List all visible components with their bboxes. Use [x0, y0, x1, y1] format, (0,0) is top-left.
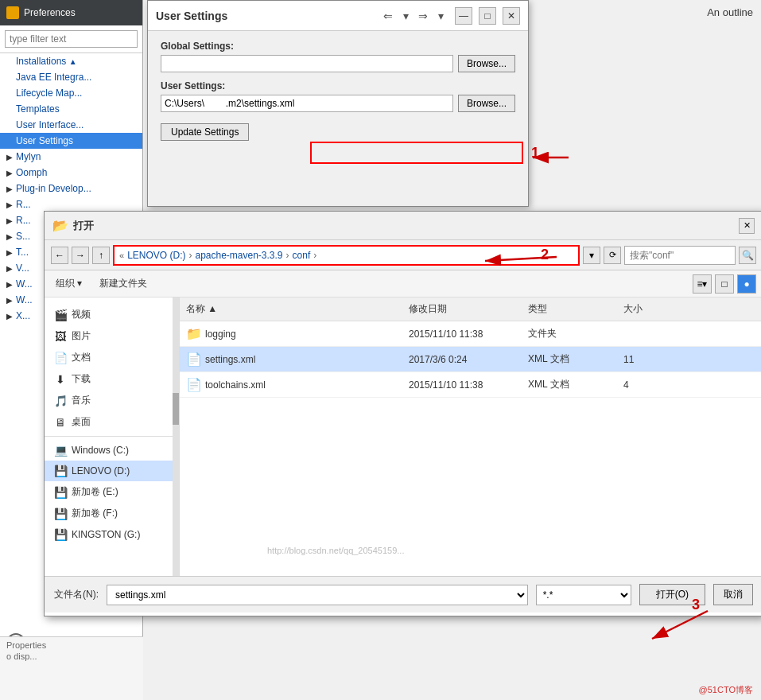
tree-item-installations[interactable]: Installations ▲ [0, 53, 142, 69]
sidebar-label-video: 视频 [72, 308, 91, 321]
sidebar-label-lenovo-d: LENOVO (D:) [72, 465, 130, 476]
refresh-btn[interactable]: ⟳ [604, 247, 621, 264]
new-folder-btn[interactable]: 新建文件夹 [95, 275, 152, 292]
update-settings-button[interactable]: Update Settings [161, 123, 249, 141]
sidebar-scrollbar-thumb[interactable] [173, 393, 179, 425]
sidebar-item-download[interactable]: ⬇ 下载 [45, 368, 179, 390]
properties-label: Properties [6, 640, 137, 650]
file-list: 名称 ▲ 修改日期 类型 大小 📁 logging 2015/11/10 11:… [180, 298, 761, 576]
tree-item-javaee[interactable]: Java EE Integra... [0, 69, 142, 85]
sidebar-item-kingston-g1[interactable]: 💾 KINGSTON (G:) [45, 524, 179, 545]
nav-up-btn[interactable]: ↑ [92, 247, 110, 264]
dialog-body: Global Settings: Browse... User Settings… [148, 31, 528, 150]
search-input[interactable] [624, 246, 736, 265]
file-cell-logging-size [617, 332, 681, 336]
view-preview-btn[interactable]: ● [737, 274, 756, 294]
filter-input[interactable] [5, 30, 138, 48]
sidebar-label-desktop: 桌面 [72, 415, 91, 429]
filetype-select[interactable]: *.* [536, 585, 631, 605]
drive-d-icon: 💾 [54, 465, 67, 477]
view-detail-btn[interactable]: □ [715, 274, 734, 294]
preferences-icon [6, 6, 19, 19]
xml-toolchains-icon: 📄 [186, 377, 202, 392]
tree-section-mylyn[interactable]: ▶ Mylyn [0, 149, 142, 165]
tree-section-oomph[interactable]: ▶ Oomph [0, 165, 142, 181]
sidebar-item-video[interactable]: 🎬 视频 [45, 304, 179, 325]
sidebar-item-music[interactable]: 🎵 音乐 [45, 390, 179, 411]
folder-icon: 📂 [52, 218, 68, 233]
sidebar-item-picture[interactable]: 🖼 图片 [45, 325, 179, 347]
toolbar-left: 组织 ▾ 新建文件夹 [51, 275, 152, 292]
file-sidebar: 🎬 视频 🖼 图片 📄 文档 ⬇ 下载 🎵 音乐 🖥 桌面 [45, 298, 180, 576]
xml-settings-icon: 📄 [186, 352, 202, 367]
sidebar-scrollbar[interactable] [173, 298, 179, 576]
tree-item-lifecycle[interactable]: Lifecycle Map... [0, 85, 142, 101]
nav-fwd-dropdown-btn[interactable]: ▾ [433, 8, 448, 24]
preferences-title: Preferences [24, 7, 76, 18]
file-cell-logging-name: 📁 logging [180, 325, 402, 343]
nav-back-btn[interactable]: ⇐ [380, 8, 396, 24]
col-header-name[interactable]: 名称 ▲ [180, 301, 402, 317]
drive-c-icon: 💻 [54, 444, 67, 457]
global-browse-button[interactable]: Browse... [458, 55, 515, 72]
sidebar-item-xinjuan-f[interactable]: 💾 新加卷 (F:) [45, 503, 179, 524]
tree-item-usersettings[interactable]: User Settings [0, 133, 142, 149]
tree-section-plugin[interactable]: ▶ Plug-in Develop... [0, 181, 142, 196]
file-row-settings[interactable]: 📄 settings.xml 2017/3/6 0:24 XML 文档 11 [180, 347, 761, 372]
organize-btn[interactable]: 组织 ▾ [51, 275, 87, 292]
tree-item-userinterface[interactable]: User Interface... [0, 117, 142, 133]
breadcrumb-lenovo[interactable]: LENOVO (D:) [127, 250, 185, 261]
maximize-btn[interactable]: □ [479, 7, 496, 25]
file-cell-settings-type: XML 文档 [522, 351, 617, 368]
file-cell-logging-date: 2015/11/10 11:38 [402, 327, 522, 341]
breadcrumb-maven[interactable]: apache-maven-3.3.9 [195, 250, 282, 261]
view-list-btn[interactable]: ≡▾ [693, 274, 712, 294]
file-dialog-close-btn[interactable]: ✕ [739, 218, 755, 234]
breadcrumb-conf[interactable]: conf [293, 250, 311, 261]
minimize-btn[interactable]: — [455, 7, 472, 25]
file-row-logging[interactable]: 📁 logging 2015/11/10 11:38 文件夹 [180, 321, 761, 347]
filename-select[interactable]: settings.xml [107, 585, 528, 605]
nav-forward-btn[interactable]: ⇒ [415, 8, 431, 24]
sidebar-item-windows-c[interactable]: 💻 Windows (C:) [45, 440, 179, 461]
desktop-icon: 🖥 [54, 416, 67, 429]
dialog-nav: ⇐ ▾ ⇒ ▾ [380, 8, 448, 24]
breadcrumb-bar[interactable]: « LENOVO (D:) › apache-maven-3.3.9 › con… [113, 245, 580, 266]
nav-forward-btn[interactable]: → [72, 247, 89, 264]
annotation-2: 2 [541, 247, 549, 263]
col-header-date[interactable]: 修改日期 [402, 301, 522, 317]
sidebar-label-download: 下载 [72, 372, 91, 386]
user-settings-input[interactable] [161, 95, 453, 112]
user-browse-button[interactable]: Browse... [458, 95, 515, 112]
sidebar-label-picture: 图片 [72, 329, 91, 343]
col-header-size[interactable]: 大小 [617, 301, 681, 317]
file-cell-toolchains-size: 4 [617, 378, 681, 392]
file-toolbar: 组织 ▾ 新建文件夹 ≡▾ □ ● [45, 270, 761, 298]
global-settings-input[interactable] [161, 55, 453, 72]
sidebar-item-lenovo-d[interactable]: 💾 LENOVO (D:) [45, 461, 179, 481]
sidebar-label-xinjuan-f: 新加卷 (F:) [72, 507, 118, 520]
col-header-type[interactable]: 类型 [522, 301, 617, 317]
sidebar-item-document[interactable]: 📄 文档 [45, 347, 179, 368]
file-row-toolchains[interactable]: 📄 toolchains.xml 2015/11/10 11:38 XML 文档… [180, 372, 761, 398]
user-settings-dialog: User Settings ⇐ ▾ ⇒ ▾ — □ ✕ Global Setti… [147, 0, 529, 207]
nav-back-btn[interactable]: ← [51, 247, 68, 264]
nav-dropdown-btn[interactable]: ▾ [398, 8, 414, 24]
preferences-titlebar: Preferences [0, 0, 142, 25]
music-icon: 🎵 [54, 395, 67, 407]
close-btn[interactable]: ✕ [503, 7, 520, 25]
filename-label: 文件名(N): [54, 588, 99, 601]
sidebar-item-xinjuan-e[interactable]: 💾 新加卷 (E:) [45, 481, 179, 503]
file-cell-toolchains-date: 2015/11/10 11:38 [402, 378, 522, 392]
annotation-3: 3 [692, 597, 700, 613]
sidebar-label-music: 音乐 [72, 394, 91, 407]
tree-section-r1[interactable]: ▶ R... [0, 196, 142, 212]
tree-item-templates[interactable]: Templates [0, 101, 142, 117]
search-go-btn[interactable]: 🔍 [739, 247, 756, 264]
file-dialog-title: 打开 [73, 219, 94, 233]
breadcrumb-dropdown-btn[interactable]: ▾ [583, 247, 600, 264]
file-cell-logging-type: 文件夹 [522, 325, 617, 342]
sidebar-item-desktop[interactable]: 🖥 桌面 [45, 411, 179, 433]
cancel-button[interactable]: 取消 [713, 584, 753, 605]
user-input-row: Browse... [161, 95, 515, 112]
